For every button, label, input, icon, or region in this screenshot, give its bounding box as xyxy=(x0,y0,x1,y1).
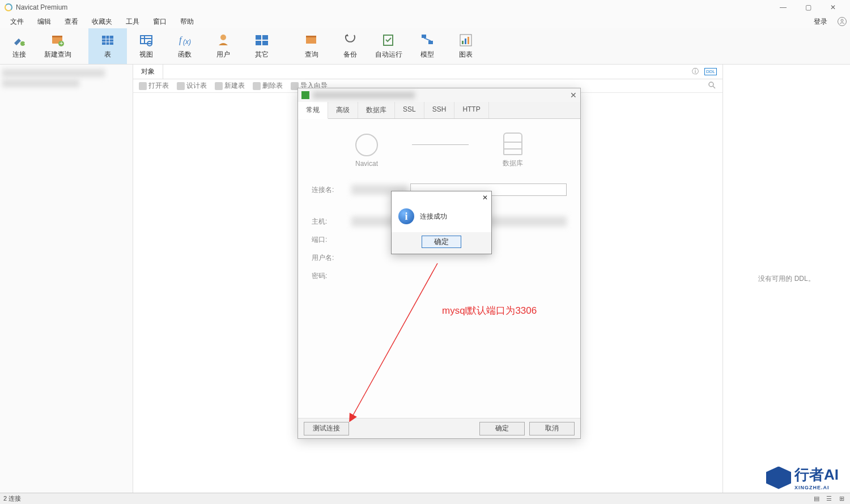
dialog-ok-button[interactable]: 确定 xyxy=(479,422,525,435)
svg-text:f: f xyxy=(179,35,183,45)
info-icon[interactable]: ⓘ xyxy=(692,67,699,76)
tab-general[interactable]: 常规 xyxy=(298,102,328,119)
tool-model[interactable]: 模型 xyxy=(408,28,447,64)
status-bar: 2 连接 ▤ ☰ ⊞ xyxy=(0,493,850,504)
watermark: 行者AI XINGZHE.AI xyxy=(766,465,839,490)
dialog-close-button[interactable]: ✕ xyxy=(570,91,577,100)
new-table-button[interactable]: 新建表 xyxy=(211,81,248,91)
svg-point-33 xyxy=(709,82,713,87)
tab-ssl[interactable]: SSL xyxy=(395,102,424,118)
design-table-button[interactable]: 设计表 xyxy=(173,81,210,91)
connection-count: 2 连接 xyxy=(3,494,21,503)
svg-rect-7 xyxy=(102,36,113,45)
tool-backup[interactable]: 备份 xyxy=(331,28,369,64)
svg-rect-32 xyxy=(468,37,469,44)
svg-rect-20 xyxy=(262,35,268,40)
tool-query-label: 查询 xyxy=(305,50,318,59)
svg-rect-19 xyxy=(256,35,261,40)
dialog-titlebar: ✕ xyxy=(298,88,580,102)
tool-view-label: 视图 xyxy=(139,50,153,59)
connection-tree[interactable] xyxy=(0,65,133,493)
search-icon[interactable] xyxy=(708,81,720,91)
no-ddl-text: 没有可用的 DDL。 xyxy=(758,274,814,284)
menu-file[interactable]: 文件 xyxy=(3,15,31,28)
label-user: 用户名: xyxy=(312,253,351,263)
main-toolbar: +连接 +新建查询 表 视图 f(x)函数 用户 其它 查询 备份 自动运行 模… xyxy=(0,28,850,65)
titlebar: Navicat Premium — ▢ ✕ xyxy=(0,0,850,15)
view-list-icon[interactable]: ▤ xyxy=(811,495,822,502)
menu-help[interactable]: 帮助 xyxy=(173,15,201,28)
tool-view[interactable]: 视图 xyxy=(127,28,165,64)
svg-rect-21 xyxy=(256,41,261,45)
app-title: Navicat Premium xyxy=(16,3,67,11)
test-connection-button[interactable]: 测试连接 xyxy=(304,422,349,435)
msgbox-close-button[interactable]: ✕ xyxy=(482,194,488,202)
tool-other[interactable]: 其它 xyxy=(243,28,281,64)
menu-favorites[interactable]: 收藏夹 xyxy=(85,15,119,28)
tool-backup-label: 备份 xyxy=(343,50,357,59)
tool-chart-label: 图表 xyxy=(459,50,473,59)
tool-connect-label: 连接 xyxy=(12,50,26,59)
navicat-label: Navicat xyxy=(355,160,378,168)
tool-connect[interactable]: +连接 xyxy=(0,28,39,64)
tool-autorun-label: 自动运行 xyxy=(375,50,402,59)
dialog-title-blurred xyxy=(313,92,415,99)
tool-other-label: 其它 xyxy=(255,50,269,59)
svg-rect-26 xyxy=(422,35,426,38)
tab-objects[interactable]: 对象 xyxy=(133,65,163,79)
tool-newquery[interactable]: +新建查询 xyxy=(39,28,77,64)
menu-window[interactable]: 窗口 xyxy=(146,15,173,28)
user-icon[interactable] xyxy=(838,17,847,26)
svg-text:+: + xyxy=(60,40,63,46)
ddl-icon[interactable]: DDL xyxy=(704,68,717,75)
view-grid-icon[interactable]: ⊞ xyxy=(836,495,847,502)
database-large-icon xyxy=(503,133,522,155)
label-host: 主机: xyxy=(312,217,351,227)
msgbox-ok-button[interactable]: 确定 xyxy=(422,236,461,248)
close-button[interactable]: ✕ xyxy=(821,0,845,15)
svg-rect-4 xyxy=(52,36,62,37)
svg-line-35 xyxy=(352,263,437,416)
tool-user-label: 用户 xyxy=(216,50,230,59)
login-link[interactable]: 登录 xyxy=(807,15,834,28)
info-icon: i xyxy=(398,208,414,224)
svg-line-28 xyxy=(424,38,431,41)
maximize-button[interactable]: ▢ xyxy=(796,0,821,15)
svg-line-34 xyxy=(713,86,715,88)
watermark-brand: 行者AI xyxy=(794,465,839,485)
menu-tools[interactable]: 工具 xyxy=(119,15,146,28)
tool-table[interactable]: 表 xyxy=(88,28,127,64)
tool-newquery-label: 新建查询 xyxy=(44,50,71,59)
tab-database[interactable]: 数据库 xyxy=(358,102,395,118)
navicat-large-icon xyxy=(355,134,378,156)
tool-function[interactable]: f(x)函数 xyxy=(165,28,204,64)
tool-chart[interactable]: 图表 xyxy=(447,28,485,64)
tool-table-label: 表 xyxy=(104,50,111,59)
tool-user[interactable]: 用户 xyxy=(204,28,243,64)
view-detail-icon[interactable]: ☰ xyxy=(824,495,834,502)
dialog-tabs: 常规 高级 数据库 SSL SSH HTTP xyxy=(298,102,580,119)
menu-view[interactable]: 查看 xyxy=(58,15,85,28)
svg-point-0 xyxy=(841,19,843,22)
tool-model-label: 模型 xyxy=(420,50,434,59)
label-port: 端口: xyxy=(312,235,351,245)
open-table-button[interactable]: 打开表 xyxy=(135,81,172,91)
success-msgbox: ✕ i 连接成功 确定 xyxy=(391,191,492,254)
svg-rect-12 xyxy=(141,36,152,44)
database-label: 数据库 xyxy=(503,159,523,168)
ddl-panel: 没有可用的 DDL。 xyxy=(722,65,850,493)
delete-table-button[interactable]: 删除表 xyxy=(249,81,286,91)
dialog-cancel-button[interactable]: 取消 xyxy=(529,422,575,435)
svg-text:(x): (x) xyxy=(183,38,191,46)
menu-edit[interactable]: 编辑 xyxy=(31,15,58,28)
menubar: 文件 编辑 查看 收藏夹 工具 窗口 帮助 登录 xyxy=(0,15,850,28)
tab-http[interactable]: HTTP xyxy=(454,102,488,118)
watermark-sub: XINGZHE.AI xyxy=(794,485,839,490)
tab-ssh[interactable]: SSH xyxy=(424,102,455,118)
tool-query[interactable]: 查询 xyxy=(292,28,331,64)
tab-advanced[interactable]: 高级 xyxy=(328,102,358,118)
svg-rect-30 xyxy=(462,41,464,44)
tool-autorun[interactable]: 自动运行 xyxy=(369,28,408,64)
minimize-button[interactable]: — xyxy=(771,0,796,15)
navicat-icon xyxy=(301,91,309,99)
